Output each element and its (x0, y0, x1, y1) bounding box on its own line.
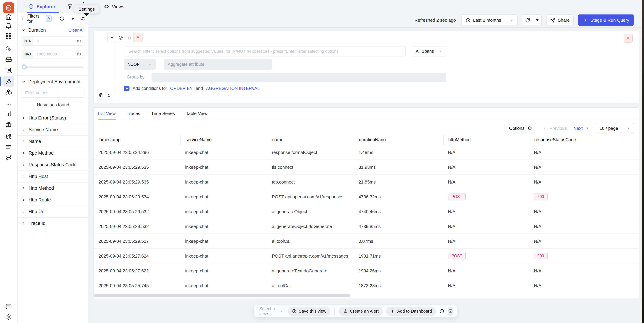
alerts-bell-icon[interactable] (5, 23, 12, 29)
table-row[interactable]: 2025-09-04 23:05:29.535inkeep-chattcp.co… (94, 174, 639, 190)
app-logo[interactable] (3, 2, 14, 14)
filter-section-trace-id[interactable]: Trace Id (18, 218, 88, 229)
traces-compass-icon[interactable] (3, 76, 14, 87)
view-tab-table-view[interactable]: Table View (186, 108, 208, 119)
view-tab-traces[interactable]: Traces (127, 108, 140, 119)
clear-all-link[interactable]: Clear All (68, 28, 84, 32)
filter-section-http-host[interactable]: Http Host (18, 171, 88, 182)
select-view-dropdown[interactable]: Select a view (258, 306, 284, 316)
duration-max-input[interactable] (34, 50, 75, 58)
clone-query-icon[interactable] (125, 33, 134, 42)
time-range-select[interactable]: Last 2 months (461, 14, 518, 26)
refresh-button[interactable] (522, 15, 532, 26)
page-size-value: 10 / page (600, 126, 618, 131)
table-row[interactable]: 2025-09-04 23:05:29.535inkeep-chattls.co… (94, 160, 639, 174)
query-label-badge[interactable]: A (624, 34, 632, 43)
more-ellipsis-icon[interactable] (6, 102, 11, 108)
collapse-panel-icon[interactable] (70, 16, 75, 21)
page-size-select[interactable]: 10 / page (596, 123, 634, 133)
home-icon[interactable] (5, 14, 12, 20)
options-button[interactable]: Options ⚙ (504, 123, 536, 133)
aggregation-interval-link[interactable]: AGGREGATION INTERVAL (206, 86, 260, 91)
cell-httpmethod: N/A (443, 145, 529, 160)
deployment-env-header[interactable]: Deployment Environment (22, 79, 84, 84)
services-boxes-icon[interactable] (5, 89, 12, 96)
table-row[interactable]: 2025-09-04 23:05:27.624inkeep-chatPOST a… (94, 248, 639, 264)
filter-section-rpc-method[interactable]: Rpc Method (18, 148, 88, 159)
add-formula-icon[interactable]: Σ (105, 91, 113, 99)
duration-min-input[interactable] (34, 37, 75, 46)
tab-views[interactable]: Views (104, 0, 124, 13)
route-flow-icon[interactable] (5, 154, 12, 161)
add-query-icon[interactable] (97, 91, 105, 99)
sync-filters-icon[interactable] (60, 16, 64, 21)
collapse-toolbar-icon[interactable] (448, 307, 453, 316)
binoculars-icon[interactable] (5, 133, 12, 140)
cell-httpmethod: N/A (443, 264, 529, 278)
slider-track[interactable] (22, 66, 84, 68)
query-name-badge[interactable]: A (134, 33, 142, 42)
filter-section-label: Rpc Method (28, 150, 54, 156)
info-icon[interactable] (440, 309, 444, 314)
save-view-button[interactable]: Save this view (288, 307, 330, 316)
query-badge-a[interactable]: A (46, 15, 52, 22)
bar-chart-icon[interactable] (5, 110, 12, 117)
table-row[interactable]: 2025-09-04 23:05:34.296inkeep-chatrespon… (94, 145, 639, 160)
group-by-field[interactable] (152, 73, 446, 82)
order-by-link[interactable]: ORDER BY (170, 86, 193, 91)
pointer-click-icon[interactable] (5, 46, 12, 52)
cell-responsestatuscode: 200 (529, 190, 639, 204)
view-tab-time-series[interactable]: Time Series (151, 108, 175, 119)
tab-explorer[interactable]: Explorer (28, 0, 56, 13)
column-header-name[interactable]: name (267, 135, 354, 145)
table-row[interactable]: 2025-09-04 23:05:25.745inkeep-chatai.too… (94, 278, 639, 293)
filter-section-name[interactable]: Name (18, 136, 88, 148)
cell-durationnano: 31.93ms (354, 160, 443, 174)
column-header-servicename[interactable]: serviceName (180, 135, 267, 145)
filter-section-http-url[interactable]: Http Url (18, 206, 88, 218)
table-row[interactable]: 2025-09-04 23:05:29.532inkeep-chatai.gen… (94, 219, 639, 234)
filter-section-has-error-status[interactable]: Has Error (Status) (18, 112, 88, 124)
filter-section-http-route[interactable]: Http Route (18, 194, 88, 206)
duration-header[interactable]: Duration Clear All (22, 28, 84, 33)
cell-timestamp: 2025-09-04 23:05:29.532 (94, 219, 180, 234)
stage-run-query-button[interactable]: Stage & Run Query (578, 14, 634, 26)
table-row[interactable]: 2025-09-04 23:05:29.532inkeep-chatai.gen… (94, 204, 639, 219)
add-condition-plus-icon[interactable]: + (124, 86, 130, 91)
slider-handle[interactable] (22, 64, 27, 70)
dashboards-grid-icon[interactable] (5, 33, 12, 39)
filter-settings-icon[interactable] (80, 16, 85, 21)
column-header-timestamp[interactable]: Timestamp (94, 135, 180, 145)
add-to-dashboard-button[interactable]: Add to Dashboard (386, 307, 436, 316)
infra-drive-icon[interactable] (5, 56, 12, 63)
column-header-durationnano[interactable]: durationNano (354, 135, 443, 145)
filter-section-service-name[interactable]: Service Name (18, 124, 88, 136)
table-row[interactable]: 2025-09-04 23:05:29.534inkeep-chatPOST a… (94, 190, 639, 204)
next-page-button[interactable]: Next (574, 126, 589, 131)
exceptions-bug-icon[interactable] (5, 122, 12, 128)
toggle-visibility-eye-icon[interactable] (116, 33, 125, 42)
filter-section-response-status-code[interactable]: Response Status Code (18, 159, 88, 171)
cell-name: ai.toolCall (267, 278, 354, 293)
create-alert-button[interactable]: Create an Alert (339, 307, 383, 316)
table-row[interactable]: 2025-09-04 23:05:29.527inkeep-chatai.too… (94, 234, 639, 248)
view-tab-list-view[interactable]: List View (98, 108, 116, 119)
collapse-query-icon[interactable] (108, 33, 116, 42)
horizontal-scrollbar[interactable] (94, 294, 350, 297)
refresh-options-button[interactable] (532, 15, 541, 26)
filter-section-http-method[interactable]: Http Method (18, 182, 88, 194)
share-button[interactable]: Share (546, 14, 574, 26)
logs-scroll-icon[interactable] (5, 67, 12, 74)
support-chat-icon[interactable] (5, 303, 12, 310)
aggregate-operator-select[interactable]: NOOP (124, 59, 156, 70)
span-scope-select[interactable]: All Spans (412, 46, 446, 56)
pipelines-list-icon[interactable] (5, 144, 12, 150)
previous-page-button[interactable]: Previous (543, 126, 567, 131)
column-header-responsestatuscode[interactable]: responseStatusCode (529, 135, 639, 145)
eye-icon (104, 4, 109, 9)
filter-values-input[interactable] (22, 88, 84, 98)
search-filter-input[interactable] (128, 48, 402, 54)
table-row[interactable]: 2025-09-04 23:05:27.622inkeep-chatai.gen… (94, 264, 639, 278)
column-header-httpmethod[interactable]: httpMethod (443, 135, 529, 145)
settings-gear-icon[interactable] (5, 314, 12, 320)
